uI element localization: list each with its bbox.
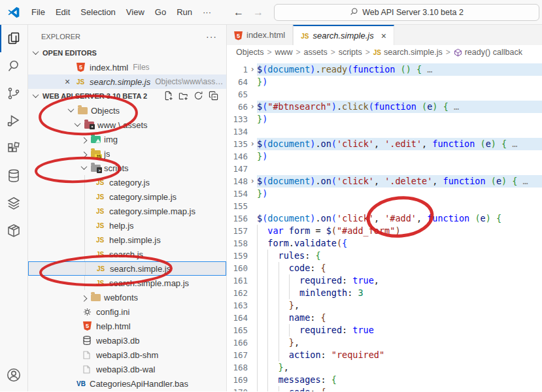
symbol-method-icon [454,48,462,57]
breadcrumb-item-search.simple.js[interactable]: JSsearch.simple.js [373,48,443,57]
tab-index.html[interactable]: 5index.html [227,25,293,45]
tree-item-label: scripts [104,163,129,173]
new-file-icon[interactable] [163,91,173,102]
tree-item-CategoriesApiHandler.bas[interactable]: VBCategoriesApiHandler.bas [28,376,226,391]
database-file-icon [83,336,91,345]
tree-item-search.js[interactable]: JSsearch.js [28,247,226,261]
chevron-down-icon[interactable] [81,163,88,170]
code-line-169: 169messages: { [227,374,542,386]
menu-go[interactable]: Go [150,5,171,20]
fold-gutter [248,324,257,336]
activity-extensions-icon[interactable] [0,135,27,162]
tree-item-webapi3.db-wal[interactable]: webapi3.db-wal [28,362,226,376]
fold-chevron-icon[interactable]: › [248,175,257,188]
menu-run[interactable]: Run [171,5,197,20]
menu-[interactable]: ··· [197,5,216,20]
tree-item-category.simple.map.js[interactable]: JScategory.simple.map.js [28,204,226,218]
activity-explorer-icon[interactable] [0,25,27,52]
tree-item-label: search.simple.js [110,264,171,274]
tree-item-scripts[interactable]: scripts [28,161,226,175]
tree-item-webapi3.db-shm[interactable]: webapi3.db-shm [28,348,226,362]
menu-selection[interactable]: Selection [75,5,120,20]
project-section-header[interactable]: WEB API SERVER 3.10 BETA 2 [28,89,226,103]
tree-item-label: category.simple.map.js [109,206,195,216]
chevron-down-icon [33,48,39,55]
js-file-icon: JS [97,265,105,272]
file-tree: Objectswww \ assetsimgjsscriptsJScategor… [28,103,226,391]
command-center-search[interactable]: Web API Server 3.10 beta 2 [274,4,539,21]
back-arrow-icon[interactable]: ← [233,7,244,18]
code-line-134: 134 [227,125,542,138]
code-line-170: 170code: { [227,386,542,391]
tree-item-webfonts[interactable]: webfonts [28,290,226,304]
open-editor-search.simple.js[interactable]: ×JSsearch.simple.jsObjects\www\assets\sc… [28,74,226,89]
collapse-all-icon[interactable] [209,91,218,102]
tree-item-search.simple.js[interactable]: JSsearch.simple.js [28,261,226,276]
tree-item-wwwassets[interactable]: www \ assets [28,118,226,132]
tree-item-img[interactable]: img [28,132,226,146]
tree-item-help.simple.js[interactable]: JShelp.simple.js [28,233,226,247]
close-icon[interactable]: × [381,31,386,41]
menu-edit[interactable]: Edit [50,5,75,20]
breadcrumb: Objects>www>assets>scripts>JSsearch.simp… [227,45,542,59]
activity-database-icon[interactable] [0,162,27,189]
activity-layers-icon[interactable] [0,189,27,217]
activity-run-debug-icon[interactable] [0,107,27,135]
code-editor[interactable]: 1›$(document).ready(function () { …64})6… [227,59,542,391]
tree-item-Objects[interactable]: Objects [28,103,226,118]
close-icon[interactable]: × [65,77,76,86]
open-editor-index.html[interactable]: 5index.htmlFiles [28,60,226,74]
breadcrumb-item-Objects[interactable]: Objects [236,48,263,57]
breadcrumb-item-scripts[interactable]: scripts [339,48,362,57]
tree-item-webapi3.db[interactable]: webapi3.db [28,333,226,348]
chevron-down-icon [33,91,39,98]
menu-view[interactable]: View [121,5,150,20]
refresh-icon[interactable] [194,91,203,102]
code-line-168: 168}, [227,361,542,374]
new-folder-icon[interactable] [178,91,188,102]
js-file-icon: JS [96,179,104,186]
file-icon [83,365,90,374]
forward-arrow-icon[interactable]: → [253,7,263,18]
activity-bar [0,25,28,391]
breadcrumb-item-www[interactable]: www [275,48,292,57]
tree-item-js[interactable]: js [28,146,226,161]
tree-item-search.simple.map.js[interactable]: JSsearch.simple.map.js [28,276,226,290]
account-icon[interactable] [0,361,27,389]
breadcrumb-item-assets[interactable]: assets [304,48,328,57]
js-file-icon: JS [96,193,104,201]
chevron-down-icon[interactable] [68,106,75,112]
activity-source-control-icon[interactable] [0,80,27,107]
breadcrumb-item-readycallback[interactable]: ready() callback [454,48,522,57]
chevron-right-icon[interactable] [81,295,88,301]
menu-file[interactable]: File [26,5,50,20]
line-number: 160 [227,262,248,274]
fold-chevron-icon[interactable]: › [248,138,257,150]
fold-chevron-icon[interactable]: › [248,63,257,76]
tree-item-config.ini[interactable]: config.ini [28,304,226,319]
sidebar-more-actions[interactable]: ··· [206,31,217,42]
fold-chevron-icon[interactable]: › [248,101,257,113]
fold-gutter [248,361,257,374]
tree-item-help.html[interactable]: 5help.html [28,319,226,333]
tab-search.simple.js[interactable]: JSsearch.simple.js× [293,25,394,45]
chevron-down-icon[interactable] [75,120,81,127]
tree-item-label: category.js [109,178,150,188]
line-number: 158 [227,237,248,250]
vb-file-icon: VB [76,380,86,387]
tree-item-category.simple.js[interactable]: JScategory.simple.js [28,189,226,204]
activity-search-icon[interactable] [0,52,27,80]
open-editors-header[interactable]: OPEN EDITORS [28,46,226,60]
folder-icon [91,294,101,301]
line-number: 161 [227,274,248,287]
fold-gutter [248,250,257,262]
tree-item-help.js[interactable]: JShelp.js [28,218,226,233]
js-file-icon: JS [373,49,381,56]
tree-item-label: www \ assets [97,120,148,130]
line-number: 167 [227,349,248,361]
tree-item-category.js[interactable]: JScategory.js [28,175,226,189]
line-number: 133 [227,113,248,125]
activity-package-icon[interactable] [0,217,27,244]
chevron-right-icon[interactable] [81,151,88,157]
chevron-right-icon[interactable] [81,137,88,143]
